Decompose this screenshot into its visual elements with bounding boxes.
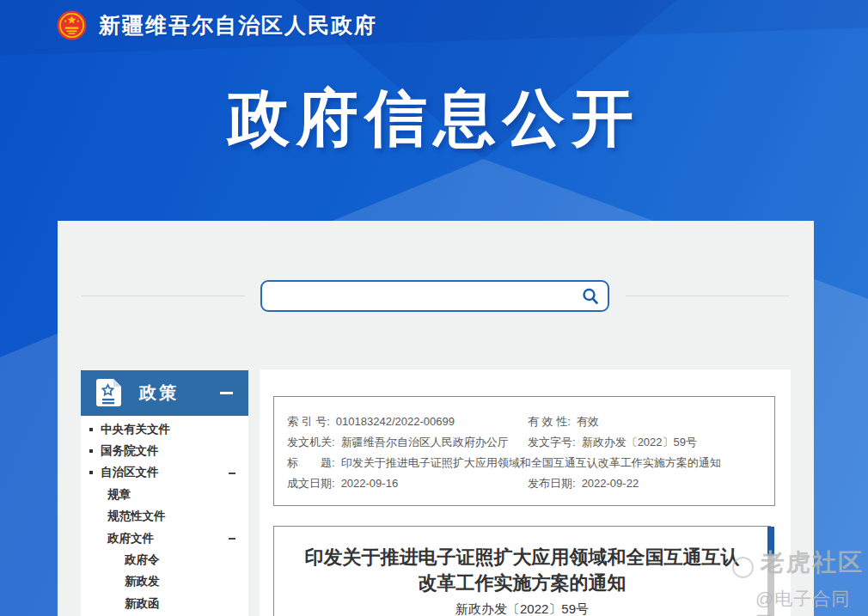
- sidebar-item-label: 中央有关文件: [101, 422, 170, 437]
- search-icon: [581, 287, 600, 306]
- bullet-icon: [89, 449, 93, 453]
- sidebar-menu: 中央有关文件 国务院文件 自治区文件 规章 规范性文件: [81, 416, 248, 615]
- title-value: 印发关于推进电子证照扩大应用领域和全国互通互认改革工作实施方案的通知: [341, 456, 721, 469]
- title-label: 标 题:: [287, 455, 335, 471]
- meta-row-index: 索 引 号:010183242/2022-00699 有 效 性:有效: [287, 414, 774, 435]
- site-name: 新疆维吾尔自治区人民政府: [99, 11, 377, 40]
- site-header: 新疆维吾尔自治区人民政府: [57, 10, 377, 40]
- index-number-label: 索 引 号:: [287, 414, 330, 430]
- document-title: 印发关于推进电子证照扩大应用领域和全国互通互认改革工作实施方案的通知: [303, 545, 741, 596]
- publish-date-value: 2022-09-22: [582, 477, 639, 490]
- search-box: [260, 280, 609, 312]
- sidebar-item-label: 新政发: [125, 574, 160, 589]
- sidebar-item-label: 政府令: [125, 552, 160, 568]
- search-button[interactable]: [573, 282, 608, 310]
- sidebar-item-regulations[interactable]: 规章: [81, 484, 248, 505]
- sidebar-item-xinzhengfa[interactable]: 新政发: [81, 571, 248, 593]
- national-emblem-icon: [57, 10, 87, 40]
- sidebar-item-government-order[interactable]: 政府令: [81, 549, 248, 570]
- sidebar-item-government-documents[interactable]: 政府文件: [81, 528, 248, 549]
- collapse-minus-icon[interactable]: [229, 538, 235, 540]
- search-divider-left: [82, 296, 245, 296]
- sidebar-header[interactable]: 政策: [81, 370, 248, 416]
- sidebar-item-autonomous-region-documents[interactable]: 自治区文件: [81, 462, 248, 484]
- policy-document-icon: [95, 378, 122, 408]
- sidebar-item-label: 规范性文件: [107, 509, 166, 524]
- scrollbar-track[interactable]: [767, 527, 774, 616]
- validity-value: 有效: [577, 415, 599, 428]
- search-input[interactable]: [262, 282, 573, 310]
- sidebar-policy: 政策 中央有关文件 国务院文件 自治区文件 规章: [81, 370, 248, 616]
- page-title: 政府信息公开: [0, 77, 868, 160]
- validity-label: 有 效 性:: [528, 414, 571, 430]
- collapse-minus-icon[interactable]: [229, 473, 235, 474]
- publish-date-label: 发布日期:: [528, 476, 576, 491]
- sidebar-item-central-documents[interactable]: 中央有关文件: [81, 418, 248, 440]
- written-date-value: 2022-09-16: [341, 477, 399, 490]
- sidebar-item-state-council-documents[interactable]: 国务院文件: [81, 440, 248, 461]
- sidebar-item-normative-documents[interactable]: 规范性文件: [81, 506, 248, 528]
- sidebar-item-xinzhenghan[interactable]: 新政函: [81, 593, 248, 614]
- search-divider-right: [626, 296, 789, 296]
- document-metadata-card: 索 引 号:010183242/2022-00699 有 效 性:有效 发文机关…: [273, 396, 775, 506]
- sidebar-item-label: 国务院文件: [101, 443, 159, 459]
- collapse-minus-icon[interactable]: [220, 392, 233, 394]
- document-viewer-card: 印发关于推进电子证照扩大应用领域和全国互通互认改革工作实施方案的通知 新政办发〔…: [273, 526, 771, 616]
- meta-row-title: 标 题:印发关于推进电子证照扩大应用领域和全国互通互认改革工作实施方案的通知: [287, 455, 774, 476]
- document-symbol-value: 新政办发〔2022〕59号: [582, 436, 697, 448]
- sidebar-item-label: 规章: [107, 487, 131, 503]
- sidebar-title: 政策: [139, 381, 179, 405]
- meta-row-issuer: 发文机关:新疆维吾尔自治区人民政府办公厅 发文字号:新政办发〔2022〕59号: [287, 435, 774, 455]
- sidebar-item-label: 新政函: [125, 596, 160, 612]
- issuing-agency-label: 发文机关:: [287, 435, 335, 450]
- index-number-value: 010183242/2022-00699: [336, 415, 455, 428]
- written-date-label: 成文日期:: [287, 476, 335, 491]
- bullet-icon: [89, 428, 93, 431]
- main-panel: 政策 中央有关文件 国务院文件 自治区文件 规章: [58, 221, 814, 616]
- sidebar-item-label: 自治区文件: [101, 465, 159, 480]
- issuing-agency-value: 新疆维吾尔自治区人民政府办公厅: [341, 436, 509, 448]
- content-area: 索 引 号:010183242/2022-00699 有 效 性:有效 发文机关…: [260, 369, 791, 616]
- sidebar-item-label: 政府文件: [107, 531, 154, 546]
- page: 新疆维吾尔自治区人民政府 政府信息公开: [0, 0, 868, 616]
- document-symbol-label: 发文字号:: [528, 435, 576, 450]
- scrollbar-thumb[interactable]: [767, 527, 774, 556]
- document-number: 新政办发〔2022〕59号: [303, 601, 741, 616]
- bullet-icon: [89, 471, 93, 474]
- meta-row-dates: 成文日期:2022-09-16 发布日期:2022-09-22: [287, 476, 774, 497]
